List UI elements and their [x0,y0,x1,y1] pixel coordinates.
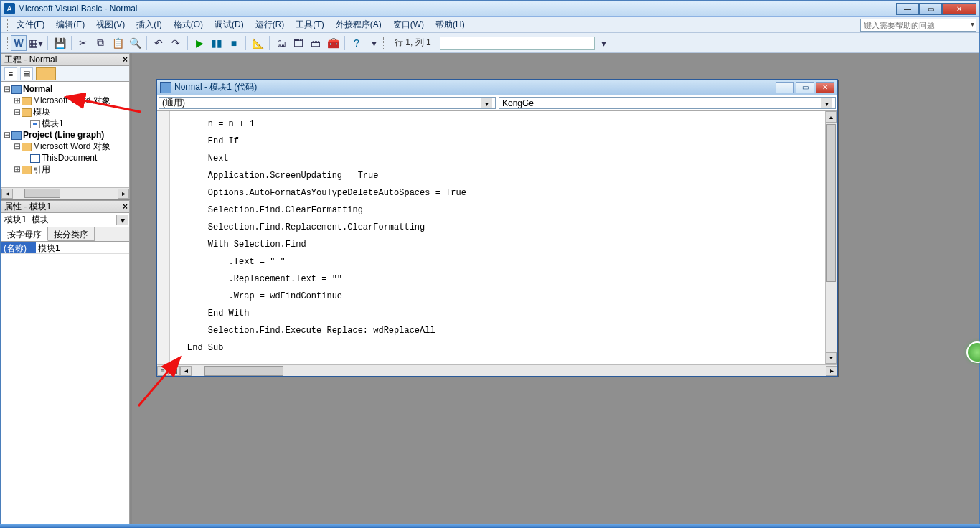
folder-icon [22,97,32,105]
property-row[interactable]: (名称) 模块1 [1,242,129,254]
scroll-left-button[interactable]: ◂ [180,366,192,376]
tree-node-thisdocument[interactable]: ThisDocument [42,153,97,163]
tab-alphabetic[interactable]: 按字母序 [1,227,48,241]
full-module-view-button[interactable]: ▤ [169,366,180,376]
toolbar-grip-icon[interactable] [383,37,387,49]
menu-addins[interactable]: 外接程序(A) [330,17,387,32]
toolbox-button[interactable]: 🧰 [325,35,341,51]
view-object-button[interactable]: ▤ [20,67,33,80]
project-pane-close-button[interactable]: × [123,55,128,65]
code-window[interactable]: Normal - 模块1 (代码) — ▭ ✕ (通用) ▾ KongGe ▾ [156,79,838,377]
code-window-maximize-button[interactable]: ▭ [796,82,814,93]
menu-help[interactable]: 帮助(H) [430,17,471,32]
scroll-down-button[interactable]: ▾ [826,352,837,364]
tree-node-normal[interactable]: Normal [23,84,52,94]
app-icon: A [4,3,15,14]
properties-pane-title[interactable]: 属性 - 模块1 × [1,200,130,213]
cursor-position-indicator: 行 1, 列 1 [390,37,435,49]
menu-file[interactable]: 文件(F) [11,17,50,32]
project-explorer-button[interactable]: 🗂 [273,35,289,51]
properties-object-selector[interactable]: 模块1 模块 ▾ [1,213,130,227]
project-tree[interactable]: ⊟Normal ⊞Microsoft Word 对象 ⊟模块 模块1 ⊟Proj… [1,82,130,199]
tree-node-word-objects-2[interactable]: Microsoft Word 对象 [33,141,110,151]
tree-node-references[interactable]: 引用 [33,164,50,174]
save-button[interactable]: 💾 [52,35,67,51]
tree-node-word-objects[interactable]: Microsoft Word 对象 [33,95,110,105]
project-pane-title[interactable]: 工程 - Normal × [1,53,130,66]
menu-run[interactable]: 运行(R) [250,17,291,32]
dropdown-icon[interactable]: ▾ [596,35,612,51]
code-margin[interactable] [157,111,170,364]
undo-button[interactable]: ↶ [151,35,166,51]
tree-node-modules[interactable]: 模块 [33,107,50,117]
properties-pane-close-button[interactable]: × [123,202,128,212]
toolbar-grip-icon[interactable] [4,19,8,31]
close-button[interactable]: ✕ [942,3,976,15]
office-assistant-button[interactable]: ? [349,35,364,51]
scroll-up-button[interactable]: ▴ [826,111,837,123]
design-mode-button[interactable]: 📐 [250,35,265,51]
insert-module-button[interactable]: ▦▾ [28,35,44,51]
reset-button[interactable]: ■ [226,35,242,51]
property-value-cell[interactable]: 模块1 [36,242,129,253]
menu-edit[interactable]: 编辑(E) [50,17,90,32]
paste-button[interactable]: 📋 [110,35,126,51]
properties-button[interactable]: 🗔 [291,35,306,51]
chevron-down-icon[interactable]: ▾ [116,215,128,225]
minimize-button[interactable]: — [896,3,919,15]
menu-window[interactable]: 窗口(W) [387,17,430,32]
tree-node-module1[interactable]: 模块1 [42,118,64,128]
view-code-button[interactable]: ≡ [4,67,17,80]
tab-categorized[interactable]: 按分类序 [48,227,95,241]
scroll-thumb[interactable] [826,124,836,282]
toggle-folders-button[interactable] [36,67,56,80]
floating-badge-icon[interactable] [966,341,980,363]
mdi-area[interactable]: Normal - 模块1 (代码) — ▭ ✕ (通用) ▾ KongGe ▾ [130,53,979,527]
scroll-right-button[interactable]: ▸ [118,189,129,199]
break-button[interactable]: ▮▮ [209,35,225,51]
project-tree-hscroll[interactable]: ◂ ▸ [1,187,129,199]
code-hscroll[interactable]: ≡ ▤ ◂ ▸ [157,364,837,376]
scroll-left-button[interactable]: ◂ [1,189,13,199]
toolbar-grip-icon[interactable] [4,37,8,49]
folder-icon [22,166,32,174]
object-browser-button[interactable]: 🗃 [308,35,324,51]
run-button[interactable]: ▶ [192,35,207,51]
redo-button[interactable]: ↷ [168,35,184,51]
code-window-minimize-button[interactable]: — [776,82,794,93]
code-window-combos: (通用) ▾ KongGe ▾ [157,95,837,111]
scroll-right-button[interactable]: ▸ [826,366,837,376]
menu-format[interactable]: 格式(O) [168,17,209,32]
code-window-title: Normal - 模块1 (代码) [174,81,257,93]
menu-tools[interactable]: 工具(T) [290,17,329,32]
code-vscroll[interactable]: ▴ ▾ [825,111,837,364]
cut-button[interactable]: ✂ [75,35,91,51]
properties-grid[interactable]: (名称) 模块1 [1,242,130,527]
scroll-thumb[interactable] [204,366,283,376]
code-window-close-button[interactable]: ✕ [816,82,834,93]
menu-insert[interactable]: 插入(I) [131,17,167,32]
tree-node-project-line[interactable]: Project (Line graph) [23,130,104,140]
menu-view[interactable]: 视图(V) [90,17,131,32]
view-word-button[interactable]: W [11,35,27,51]
scroll-thumb[interactable] [24,189,60,198]
copy-button[interactable]: ⧉ [93,35,108,51]
properties-object-text: 模块1 模块 [3,213,116,227]
progress-indicator [440,37,595,50]
module-icon [30,120,40,128]
folder-icon [22,108,32,117]
procedure-view-button[interactable]: ≡ [157,366,169,376]
code-window-titlebar[interactable]: Normal - 模块1 (代码) — ▭ ✕ [157,80,837,95]
help-search-input[interactable]: 键入需要帮助的问题 [860,19,976,32]
chevron-down-icon[interactable]: ▾ [481,98,492,108]
menu-debug[interactable]: 调试(D) [209,17,250,32]
find-button[interactable]: 🔍 [127,35,143,51]
procedure-combo[interactable]: KongGe ▾ [499,97,836,109]
dropdown-icon[interactable]: ▾ [366,35,382,51]
maximize-button[interactable]: ▭ [919,3,942,15]
object-combo[interactable]: (通用) ▾ [159,97,496,109]
chevron-down-icon[interactable]: ▾ [821,98,832,108]
code-editor[interactable]: n = n + 1 End If Next Application.Screen… [170,111,837,364]
project-icon [11,85,22,94]
titlebar[interactable]: A Microsoft Visual Basic - Normal — ▭ ✕ [1,1,979,17]
